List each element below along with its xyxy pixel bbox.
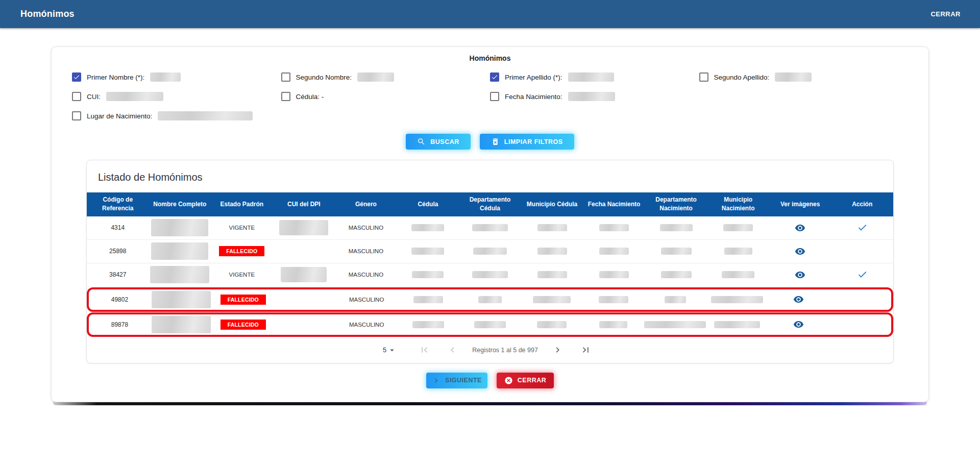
table-row: 38427VIGENTEMASCULINO [87,263,893,287]
ver-imagenes-cell [769,270,831,280]
redacted-cell [151,316,212,333]
view-images-button[interactable] [795,246,805,257]
view-images-button[interactable] [795,270,805,280]
redacted-value [150,72,181,82]
filter-segundo-apellido: Segundo Apellido: [699,67,909,87]
redacted-value [599,271,629,278]
last-page-button[interactable] [574,345,597,355]
list-title: Listado de Homónimos [87,160,893,192]
filter-spacer [699,87,909,106]
redacted-cell [149,219,211,236]
redacted-value [473,248,507,255]
homonimos-panel: Homónimos Primer Nombre (*):Segundo Nomb… [51,46,929,402]
text-cell: MASCULINO [335,225,397,231]
redacted-cell [459,296,521,303]
redacted-value [413,296,443,303]
column-header: Municipio Nacimiento [707,192,769,216]
checkbox-cedula[interactable] [281,92,290,101]
redacted-cell [397,224,459,231]
redacted-cell [645,224,707,231]
redacted-cell [521,321,582,328]
redacted-value [722,271,754,278]
filter-primer-apellido: Primer Apellido (*): [490,67,699,87]
redacted-cell [273,220,335,235]
codigo-referencia-cell: 38427 [87,271,149,278]
column-header: Género [335,197,397,212]
redacted-cell [397,248,459,255]
checkbox-segundo-nombre[interactable] [281,72,290,82]
column-header: Código de Referencia [87,192,149,216]
redacted-value [568,72,614,82]
checkbox-primer-apellido[interactable] [490,72,499,82]
previous-page-button[interactable] [441,345,464,355]
redacted-value [723,224,753,231]
page-size-value: 5 [383,346,386,354]
page-size-select[interactable]: 5 [383,346,397,355]
view-images-button[interactable] [793,294,804,305]
view-images-button[interactable] [793,319,804,330]
redacted-value [599,321,627,328]
checkbox-lugar-de-nacimiento[interactable] [72,111,81,120]
chevron-down-icon [387,346,397,355]
redacted-value [279,220,328,235]
redacted-value [644,321,706,328]
redacted-value [478,296,502,303]
redacted-value [537,321,567,328]
card-bottom-shadow [53,402,927,405]
filter-label-segundo-nombre: Segundo Nombre: [296,74,352,81]
checkbox-fecha-nacimiento[interactable] [490,92,499,101]
buscar-button[interactable]: BUSCAR [406,134,470,150]
redacted-cell [459,271,521,278]
redacted-value [599,296,628,303]
cancel-circle-icon [504,376,513,385]
redacted-cell [707,224,769,231]
redacted-value [357,72,394,82]
topbar: Homónimos CERRAR [0,0,980,28]
redacted-cell [398,296,459,303]
redacted-value [158,111,253,120]
select-check-icon[interactable] [857,269,868,281]
checkbox-primer-nombre[interactable] [72,72,81,82]
filter-cedula: Cédula: - [281,87,491,106]
next-page-button[interactable] [546,345,569,355]
redacted-cell [707,248,769,255]
redacted-cell [706,296,768,303]
filter-cui: CUI: [72,87,281,106]
checkbox-cui[interactable] [72,92,81,101]
column-header: Departamento Cédula [459,192,521,216]
checkbox-segundo-apellido[interactable] [699,72,708,82]
select-check-icon[interactable] [857,222,868,234]
search-icon [417,137,426,146]
redacted-cell [583,224,645,231]
siguiente-button[interactable]: SIGUIENTE [426,373,487,388]
redacted-value [151,242,208,260]
limpiar-filtros-button[interactable]: LIMPIAR FILTROS [480,134,574,150]
table-body: 4314VIGENTEMASCULINO25898FALLECIDOMASCUL… [87,216,893,337]
page-title: Homónimos [20,9,75,19]
eye-icon [795,270,805,280]
eye-icon [795,223,805,233]
eye-icon [793,294,804,305]
redacted-value [661,248,692,255]
redacted-value [537,271,567,278]
redacted-cell [645,248,707,255]
filter-label-lugar-de-nacimiento: Lugar de Nacimiento: [87,112,152,120]
fallecido-badge: FALLECIDO [219,246,264,256]
column-header: Cédula [397,197,459,212]
redacted-cell [273,267,335,282]
redacted-cell [706,321,768,328]
redacted-cell [459,248,521,255]
column-header: Nombre Completo [149,197,211,212]
cerrar-button[interactable]: CERRAR [497,373,554,388]
redacted-value [412,271,444,278]
topbar-close-button[interactable]: CERRAR [930,10,961,18]
column-header: CUI del DPI [273,197,335,212]
redacted-value [599,248,629,255]
redacted-cell [582,296,644,303]
fallecido-badge: FALLECIDO [220,295,266,305]
first-page-button[interactable] [413,345,436,355]
text-cell: MASCULINO [335,248,397,254]
redacted-value [472,271,508,278]
ver-imagenes-cell [769,223,831,233]
view-images-button[interactable] [795,223,805,233]
